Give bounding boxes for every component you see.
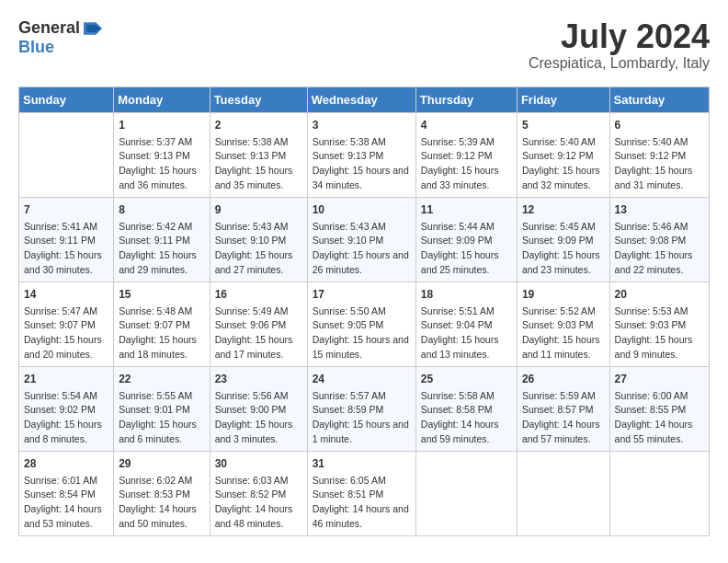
calendar-cell: 31Sunrise: 6:05 AMSunset: 8:51 PMDayligh… <box>307 451 415 535</box>
sunset-text: Sunset: 9:07 PM <box>24 318 108 333</box>
calendar-cell: 9Sunrise: 5:43 AMSunset: 9:10 PMDaylight… <box>210 197 307 282</box>
location-subtitle: Crespiatica, Lombardy, Italy <box>529 55 710 72</box>
daylight-text: Daylight: 15 hours and 22 minutes. <box>615 248 704 278</box>
sunrise-text: Sunrise: 5:46 AM <box>615 220 704 235</box>
sunrise-text: Sunrise: 5:49 AM <box>215 304 302 319</box>
logo: General Blue <box>18 18 102 57</box>
sunset-text: Sunset: 9:08 PM <box>615 234 704 248</box>
sunset-text: Sunset: 9:11 PM <box>24 234 108 248</box>
calendar-cell: 19Sunrise: 5:52 AMSunset: 9:03 PMDayligh… <box>517 282 609 366</box>
day-number: 10 <box>313 201 411 218</box>
daylight-text: Daylight: 15 hours and 32 minutes. <box>522 164 605 193</box>
day-number: 31 <box>313 455 411 472</box>
sunrise-text: Sunrise: 6:00 AM <box>615 389 704 404</box>
title-section: July 2024 Crespiatica, Lombardy, Italy <box>529 18 710 72</box>
calendar-cell: 24Sunrise: 5:57 AMSunset: 8:59 PMDayligh… <box>307 366 415 451</box>
week-row-2: 7Sunrise: 5:41 AMSunset: 9:11 PMDaylight… <box>19 197 710 282</box>
daylight-text: Daylight: 15 hours and 26 minutes. <box>313 248 411 278</box>
sunset-text: Sunset: 8:51 PM <box>313 488 411 502</box>
sunset-text: Sunset: 9:12 PM <box>522 149 605 164</box>
daylight-text: Daylight: 15 hours and 11 minutes. <box>522 333 605 362</box>
sunset-text: Sunset: 9:00 PM <box>215 403 302 418</box>
daylight-text: Daylight: 15 hours and 6 minutes. <box>119 418 204 447</box>
calendar-cell: 4Sunrise: 5:39 AMSunset: 9:12 PMDaylight… <box>415 112 517 197</box>
sunrise-text: Sunrise: 5:38 AM <box>313 135 411 150</box>
calendar-cell: 2Sunrise: 5:38 AMSunset: 9:13 PMDaylight… <box>210 112 307 197</box>
sunrise-text: Sunrise: 5:51 AM <box>421 304 512 319</box>
sunset-text: Sunset: 9:13 PM <box>313 149 411 164</box>
calendar-cell: 11Sunrise: 5:44 AMSunset: 9:09 PMDayligh… <box>415 197 517 282</box>
day-number: 19 <box>522 286 605 303</box>
logo-general-text: General <box>18 18 80 38</box>
daylight-text: Daylight: 15 hours and 35 minutes. <box>215 164 302 193</box>
calendar-cell: 3Sunrise: 5:38 AMSunset: 9:13 PMDaylight… <box>307 112 415 197</box>
day-number: 25 <box>421 371 512 387</box>
day-number: 18 <box>421 286 512 303</box>
sunrise-text: Sunrise: 5:45 AM <box>522 220 605 235</box>
sunrise-text: Sunrise: 5:42 AM <box>119 220 204 235</box>
sunrise-text: Sunrise: 5:54 AM <box>24 389 108 404</box>
daylight-text: Daylight: 15 hours and 1 minute. <box>313 418 411 447</box>
calendar-cell: 18Sunrise: 5:51 AMSunset: 9:04 PMDayligh… <box>415 282 517 366</box>
day-number: 13 <box>615 201 704 218</box>
calendar-cell <box>517 451 609 535</box>
weekday-header-saturday: Saturday <box>609 86 709 112</box>
week-row-1: 1Sunrise: 5:37 AMSunset: 9:13 PMDaylight… <box>19 112 710 197</box>
day-number: 21 <box>24 371 108 387</box>
day-number: 17 <box>313 286 411 303</box>
calendar-cell: 25Sunrise: 5:58 AMSunset: 8:58 PMDayligh… <box>415 366 517 451</box>
day-number: 6 <box>615 117 704 133</box>
sunrise-text: Sunrise: 6:05 AM <box>313 474 411 488</box>
week-row-3: 14Sunrise: 5:47 AMSunset: 9:07 PMDayligh… <box>19 282 710 366</box>
sunset-text: Sunset: 9:10 PM <box>313 234 411 248</box>
calendar-cell: 29Sunrise: 6:02 AMSunset: 8:53 PMDayligh… <box>114 451 210 535</box>
daylight-text: Daylight: 14 hours and 46 minutes. <box>313 502 411 532</box>
day-number: 24 <box>313 371 411 387</box>
day-number: 16 <box>215 286 302 303</box>
sunset-text: Sunset: 8:55 PM <box>615 403 704 418</box>
sunset-text: Sunset: 9:05 PM <box>313 318 411 333</box>
sunrise-text: Sunrise: 5:40 AM <box>615 135 704 150</box>
day-number: 8 <box>119 201 204 218</box>
day-number: 2 <box>215 117 302 133</box>
sunrise-text: Sunrise: 5:39 AM <box>421 135 512 150</box>
page-header: General Blue July 2024 Crespiatica, Lomb… <box>18 18 710 72</box>
calendar-cell: 27Sunrise: 6:00 AMSunset: 8:55 PMDayligh… <box>609 366 709 451</box>
daylight-text: Daylight: 15 hours and 9 minutes. <box>615 333 704 362</box>
sunrise-text: Sunrise: 5:43 AM <box>215 220 302 235</box>
daylight-text: Daylight: 14 hours and 55 minutes. <box>615 418 704 447</box>
sunrise-text: Sunrise: 6:03 AM <box>215 474 302 488</box>
daylight-text: Daylight: 15 hours and 20 minutes. <box>24 333 108 362</box>
weekday-header-thursday: Thursday <box>415 86 517 112</box>
day-number: 27 <box>615 371 704 387</box>
sunset-text: Sunset: 8:58 PM <box>421 403 512 418</box>
sunset-text: Sunset: 8:52 PM <box>215 488 302 502</box>
sunset-text: Sunset: 9:12 PM <box>421 149 512 164</box>
week-row-5: 28Sunrise: 6:01 AMSunset: 8:54 PMDayligh… <box>19 451 710 535</box>
daylight-text: Daylight: 14 hours and 48 minutes. <box>215 502 302 532</box>
weekday-header-tuesday: Tuesday <box>210 86 307 112</box>
sunset-text: Sunset: 9:01 PM <box>119 403 204 418</box>
sunset-text: Sunset: 9:11 PM <box>119 234 204 248</box>
sunrise-text: Sunrise: 5:58 AM <box>421 389 512 404</box>
daylight-text: Daylight: 14 hours and 50 minutes. <box>119 502 204 532</box>
day-number: 22 <box>119 371 204 387</box>
calendar-cell <box>19 112 114 197</box>
sunrise-text: Sunrise: 5:44 AM <box>421 220 512 235</box>
sunset-text: Sunset: 8:59 PM <box>313 403 411 418</box>
day-number: 20 <box>615 286 704 303</box>
daylight-text: Daylight: 15 hours and 27 minutes. <box>215 248 302 278</box>
day-number: 1 <box>119 117 204 133</box>
weekday-header-wednesday: Wednesday <box>307 86 415 112</box>
weekday-header-sunday: Sunday <box>19 86 114 112</box>
calendar-cell <box>609 451 709 535</box>
sunset-text: Sunset: 9:09 PM <box>421 234 512 248</box>
calendar-cell: 23Sunrise: 5:56 AMSunset: 9:00 PMDayligh… <box>210 366 307 451</box>
calendar-cell: 7Sunrise: 5:41 AMSunset: 9:11 PMDaylight… <box>19 197 114 282</box>
calendar-table: SundayMondayTuesdayWednesdayThursdayFrid… <box>18 86 710 536</box>
month-title: July 2024 <box>529 18 710 55</box>
calendar-cell: 14Sunrise: 5:47 AMSunset: 9:07 PMDayligh… <box>19 282 114 366</box>
calendar-cell: 20Sunrise: 5:53 AMSunset: 9:03 PMDayligh… <box>609 282 709 366</box>
day-number: 14 <box>24 286 108 303</box>
daylight-text: Daylight: 15 hours and 15 minutes. <box>313 333 411 362</box>
